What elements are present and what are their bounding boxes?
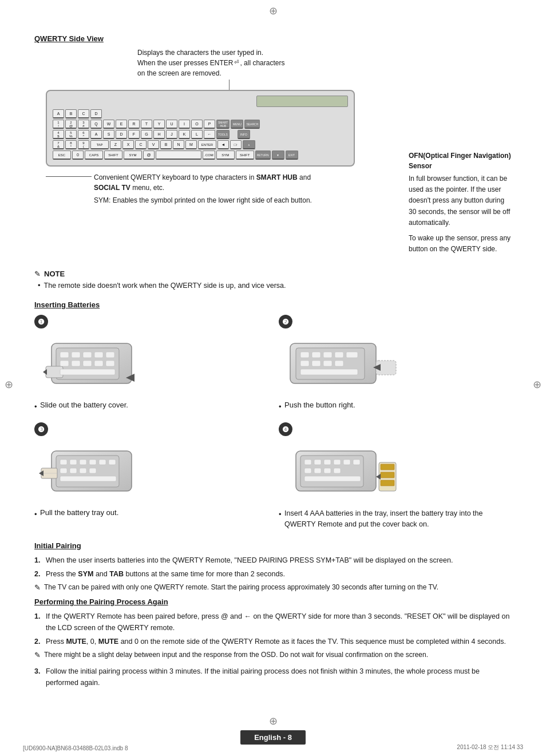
initial-note: ✎ The TV can be paired with only one QWE… (34, 582, 512, 593)
key-enter[interactable]: ENTER (198, 140, 216, 149)
key-h[interactable]: H (153, 130, 165, 139)
svg-rect-25 (300, 361, 309, 366)
svg-marker-3 (43, 369, 47, 375)
key-dot-com[interactable]: .COM (203, 151, 215, 160)
key-p[interactable]: P (204, 120, 215, 129)
key-shift-l[interactable]: SHIFT (104, 151, 122, 160)
key-tab[interactable]: TAP (90, 140, 109, 149)
svg-rect-22 (323, 352, 332, 358)
svg-rect-7 (94, 352, 103, 358)
key-5[interactable]: 5% (65, 130, 77, 139)
key-b[interactable]: B (65, 109, 77, 118)
key-d[interactable]: D (90, 109, 102, 118)
svg-rect-27 (323, 361, 332, 366)
key-sym[interactable]: SYM (124, 151, 142, 160)
svg-rect-13 (106, 361, 114, 366)
reg-mark-left: ⊕ (5, 378, 13, 391)
key-l[interactable]: L (191, 130, 203, 139)
key-a[interactable]: A (53, 109, 64, 118)
key-4[interactable]: 4$ (53, 130, 64, 139)
key-y[interactable]: Y (153, 120, 165, 129)
key-smart-hub[interactable]: SMARTHUB (216, 120, 230, 129)
key-d[interactable]: D (116, 130, 127, 139)
key-exit[interactable]: EXIT (286, 151, 298, 160)
callout-text-3: on the screen are removed. (137, 68, 397, 78)
key-i[interactable]: I (179, 120, 190, 129)
key-space[interactable] (156, 151, 201, 160)
performing-note: ✎ There might be a slight delay between … (34, 650, 512, 661)
key-3[interactable]: 3# (78, 120, 89, 129)
key-left[interactable]: ◄ (217, 140, 229, 149)
key-return[interactable]: RETURN (255, 151, 271, 160)
key-esc[interactable]: ESC (53, 151, 71, 160)
key-ch-up[interactable]: ∧ (243, 140, 255, 149)
key-r[interactable]: R (128, 120, 140, 129)
qwerty-section: QWERTY Side View Displays the characters… (34, 34, 512, 258)
step-2-number: ❷ (279, 315, 292, 328)
key-menu[interactable]: MENU (231, 120, 243, 129)
key-z[interactable]: Z (110, 140, 121, 149)
svg-rect-62 (334, 468, 341, 473)
key-info[interactable]: INFO (238, 130, 250, 139)
callout-area: Displays the characters the user typed i… (137, 48, 397, 78)
key-caps[interactable]: CAPS (85, 151, 103, 160)
key-at[interactable]: @ (143, 151, 155, 160)
ofn-description: OFN(Optical Finger Navigation) Sensor In… (397, 48, 512, 258)
svg-rect-56 (334, 460, 341, 465)
batteries-grid: ❶ (34, 315, 512, 530)
callout-line (229, 80, 230, 90)
key-b2[interactable]: B (160, 140, 172, 149)
battery-step-1: ❶ (34, 315, 267, 411)
batteries-heading: Inserting Batteries (34, 300, 512, 309)
svg-rect-55 (324, 460, 331, 465)
step-2-image (279, 332, 405, 401)
key-n[interactable]: N (173, 140, 184, 149)
key-1[interactable]: 1! (53, 120, 64, 129)
battery-step-4: ❹ (279, 422, 512, 530)
key-u[interactable]: U (166, 120, 177, 129)
key-w[interactable]: W (103, 120, 114, 129)
key-down[interactable]: ▼ (272, 151, 284, 160)
key-9[interactable]: 9( (78, 140, 89, 149)
key-search[interactable]: SEARCH (244, 120, 260, 129)
key-f[interactable]: F (128, 130, 140, 139)
key-8[interactable]: 8* (65, 140, 77, 149)
ofn-text-2: To wake up the sensor, press any button … (409, 233, 512, 255)
key-page[interactable]: □↑ (230, 140, 242, 149)
key-k[interactable]: K (179, 130, 190, 139)
key-j[interactable]: J (166, 130, 177, 139)
key-a2[interactable]: A (90, 130, 102, 139)
key-s[interactable]: S (103, 130, 114, 139)
key-g[interactable]: G (141, 130, 152, 139)
key-v[interactable]: V (148, 140, 159, 149)
key-0[interactable]: 0 (72, 151, 84, 160)
key-shift-r[interactable]: SHIFT (236, 151, 254, 160)
key-x[interactable]: X (122, 140, 134, 149)
reg-mark-right: ⊕ (533, 378, 541, 391)
key-c[interactable]: C (78, 109, 89, 118)
key-backspace[interactable]: ← (204, 130, 215, 139)
performing-step-1: If the QWERTY Remote has been paired bef… (34, 611, 512, 634)
key-7[interactable]: 7& (53, 140, 64, 149)
key-tools[interactable]: TOOLS (216, 130, 230, 139)
note-bullet-text: The remote side doesn't work when the QW… (44, 280, 286, 291)
key-o[interactable]: O (191, 120, 203, 129)
performing-step-2: Press MUTE, 0, MUTE and 0 on the remote … (34, 636, 512, 647)
key-6[interactable]: 6^ (78, 130, 89, 139)
ofn-heading: OFN(Optical Finger Navigation) Sensor (409, 151, 512, 171)
qwerty-diagram-area: Displays the characters the user typed i… (34, 48, 512, 258)
key-t[interactable]: T (141, 120, 152, 129)
initial-pairing-list: When the user inserts batteries into the… (34, 555, 512, 580)
battery-step-3: ❸ (34, 422, 267, 530)
key-c2[interactable]: C (135, 140, 147, 149)
key-m[interactable]: M (185, 140, 197, 149)
svg-rect-14 (60, 369, 115, 375)
key-e[interactable]: E (116, 120, 127, 129)
svg-rect-28 (335, 361, 343, 366)
key-2[interactable]: 2@ (65, 120, 77, 129)
key-sym-r[interactable]: SYM (216, 151, 235, 160)
svg-rect-12 (94, 361, 103, 366)
svg-rect-50 (381, 472, 394, 478)
performing-list-2: Follow the initial pairing process withi… (34, 666, 512, 688)
key-q[interactable]: Q (90, 120, 102, 129)
